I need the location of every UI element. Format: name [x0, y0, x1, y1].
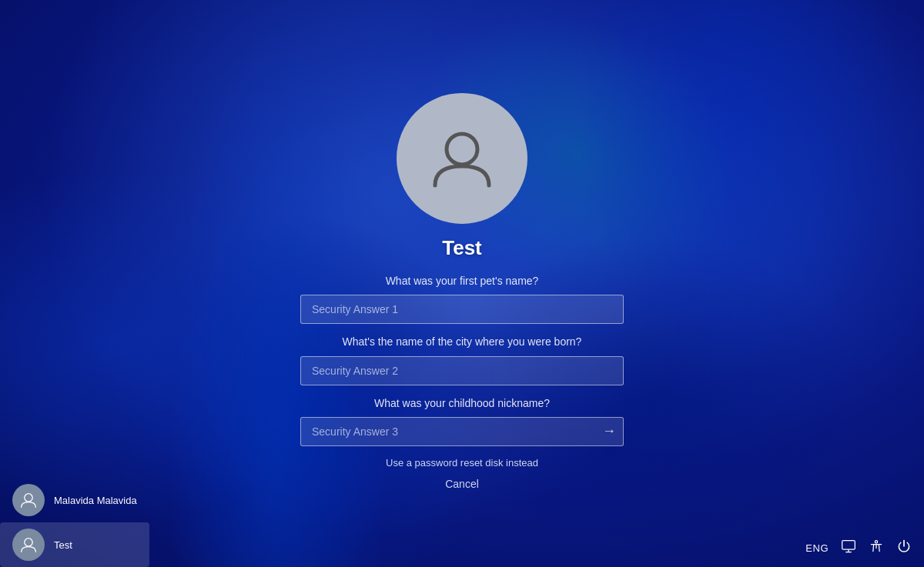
- user-name-test: Test: [54, 539, 72, 551]
- accessibility-svg: [869, 539, 884, 554]
- taskbar-right: ENG: [805, 539, 912, 558]
- avatar: [397, 92, 527, 223]
- power-icon[interactable]: [896, 539, 912, 558]
- monitor-icon[interactable]: [841, 539, 856, 558]
- security-answer-3-input[interactable]: [300, 417, 624, 446]
- submit-arrow-button[interactable]: →: [602, 424, 616, 440]
- security-question-2: What's the name of the city where you we…: [300, 335, 624, 350]
- svg-point-0: [447, 133, 477, 164]
- answer-3-wrapper: →: [300, 417, 624, 446]
- cancel-button[interactable]: Cancel: [445, 478, 479, 490]
- login-container: Test What was your first pet's name? Wha…: [300, 92, 624, 490]
- user-item-malavida[interactable]: Malavida Malavida: [0, 478, 149, 522]
- monitor-svg: [841, 539, 856, 554]
- user-avatar-icon-malavida: [18, 490, 38, 510]
- power-svg: [896, 539, 912, 554]
- security-question-3: What was your childhood nickname?: [300, 396, 624, 412]
- accessibility-icon[interactable]: [869, 539, 884, 558]
- svg-rect-3: [842, 541, 855, 550]
- security-answer-1-input[interactable]: [300, 295, 624, 324]
- user-item-test[interactable]: Test: [0, 522, 149, 567]
- security-question-1: What was your first pet's name?: [300, 273, 624, 289]
- user-name-malavida: Malavida Malavida: [54, 495, 137, 506]
- avatar-icon: [424, 119, 500, 196]
- users-panel: Malavida Malavida Test: [0, 478, 149, 567]
- svg-point-1: [25, 494, 32, 502]
- svg-point-6: [875, 541, 877, 543]
- reset-disk-link[interactable]: Use a password reset disk instead: [386, 457, 538, 469]
- username-label: Test: [442, 235, 482, 259]
- language-indicator: ENG: [805, 542, 829, 554]
- user-avatar-test: [12, 529, 45, 561]
- security-answer-2-input[interactable]: [300, 356, 624, 385]
- user-avatar-malavida: [12, 484, 45, 516]
- svg-point-2: [25, 539, 32, 546]
- user-avatar-icon-test: [18, 535, 38, 555]
